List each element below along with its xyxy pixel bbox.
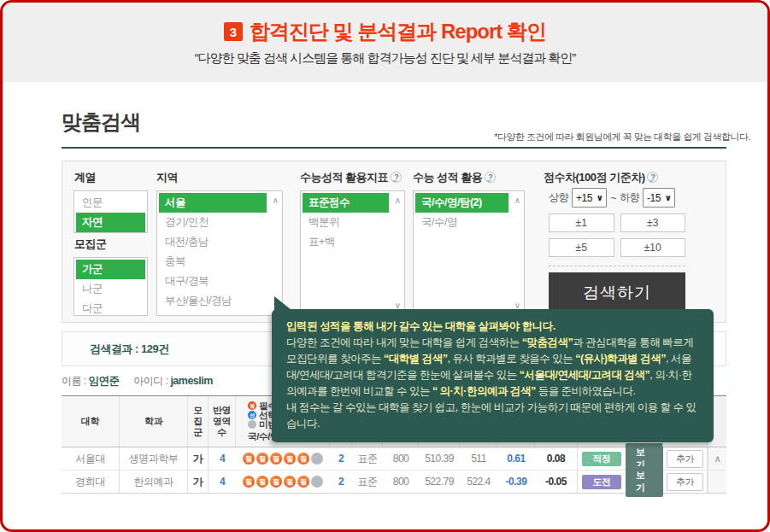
user-name: 임연준 (89, 375, 120, 387)
required-subject-icon: 필 (256, 476, 268, 488)
help-icon[interactable]: ? (391, 172, 402, 183)
cell-areas: 4 (209, 447, 236, 470)
quick-range-buttons: ±1±3±5±10 (549, 213, 685, 257)
tilde: ~ (610, 192, 616, 204)
cell-univ: 경희대 (62, 471, 120, 493)
tooltip-text: 등을 준비하였습니다. (536, 385, 636, 397)
col-header-areas: 반영 영역 수 (209, 396, 236, 447)
cell-legend: 필필필필필 (236, 471, 330, 493)
required-subject-icon: 필 (270, 476, 282, 488)
tooltip-text: 내 점수는 갈 수있는 대학을 찾기 쉽고, 한눈에 비교가 가능하기 때문에 … (286, 401, 697, 430)
filter-form: 계열 인문자연 모집군 가군나군다군 지역 ∧ ∨ 서울경기/인천대전/충남충북… (62, 161, 726, 323)
region-option[interactable]: 서울 (159, 193, 267, 213)
score-diff-label: 점수차(100점 기준차)? (544, 170, 658, 185)
user-id: jameslim (170, 375, 213, 387)
unused-subject-icon (311, 453, 323, 465)
step-number-badge: 3 (224, 22, 243, 41)
usage-option[interactable]: 국/수/영/탐(2) (415, 193, 508, 213)
indicator-label: 수능성적 활용지표? (300, 170, 402, 185)
cell-mine: 522.4 (460, 471, 497, 493)
up-select[interactable]: +15 ∨ (572, 188, 607, 208)
tooltip-text: 다양한 조건에 따라 내게 맞는 대학을 쉽게 검색하는 (286, 336, 522, 348)
result-badge: 도전 (582, 475, 621, 489)
cell-dept: 한의예과 (120, 471, 188, 493)
cell-max: 800 (383, 447, 419, 470)
legend-required-icon: 필 (248, 401, 256, 410)
select-arrow-icon: ∨ (665, 193, 672, 202)
cell-subj_count: 2 (330, 471, 352, 493)
down-select[interactable]: -15 ∨ (643, 188, 675, 208)
scroll-up-icon[interactable]: ∧ (273, 196, 279, 205)
required-subject-icon: 필 (243, 453, 255, 465)
guide-tooltip: 입력된 성적을 통해 내가 갈수 있는 대학을 살펴봐야 합니다.다양한 조건에… (272, 309, 714, 442)
col-header-gun: 모 집 군 (188, 396, 209, 447)
required-subject-icon: 필 (284, 476, 296, 488)
series-label: 계열 (74, 170, 96, 185)
result-count: 검색결과 : 129건 (90, 342, 169, 357)
table-scroll-up-icon[interactable]: ∧ (708, 447, 726, 470)
series-option[interactable]: 자연 (76, 213, 145, 232)
view-button[interactable]: 보기 (626, 466, 663, 497)
region-option[interactable]: 경기/인천 (159, 213, 280, 232)
scroll-up-icon[interactable]: ∧ (514, 196, 520, 205)
help-icon[interactable]: ? (485, 172, 496, 183)
required-subject-icon: 필 (243, 476, 255, 488)
cell-gun: 가 (188, 471, 209, 493)
table-row: 경희대한의예과가4필필필필필2표준800522.79522.4-0.39-0.0… (62, 471, 726, 494)
region-option[interactable]: 대전/충남 (159, 232, 280, 252)
usage-label: 수능 성적 활용? (413, 170, 496, 185)
col-header-dept: 학과 (120, 396, 188, 447)
cell-max: 800 (383, 471, 419, 493)
search-button[interactable]: 검색하기 (549, 272, 685, 313)
group-option[interactable]: 나군 (76, 279, 145, 299)
col-header-univ: 대학 (62, 396, 120, 447)
cell-placement: 522.79 (419, 471, 460, 493)
col-label: 모 집 군 (193, 405, 203, 438)
page-header: 3 합격진단 및 분석결과 Report 확인 “다양한 맞춤 검색 시스템을 … (3, 3, 767, 82)
add-button[interactable]: 추가 (667, 450, 703, 468)
cell-dept: 생명과학부 (120, 447, 188, 470)
cell-per100: 0.08 (535, 447, 578, 470)
series-option[interactable]: 인문 (76, 193, 145, 213)
group-option[interactable]: 가군 (76, 260, 145, 279)
page-subtitle: “다양한 맞춤 검색 시스템을 통해 합격가능성 진단 및 세부 분석결과 확인… (195, 50, 576, 67)
cell-legend: 필필필필필 (236, 447, 330, 470)
unused-subject-icon (311, 476, 323, 488)
scroll-up-icon[interactable]: ∧ (395, 196, 401, 205)
matching-search-page: 3 합격진단 및 분석결과 Report 확인 “다양한 맞춤 검색 시스템을 … (0, 0, 770, 532)
score-diff-range: 상향 +15 ∨ ~ 하향 -15 ∨ (549, 188, 687, 208)
result-badge: 적정 (582, 452, 621, 466)
indicator-option[interactable]: 백분위 (303, 213, 403, 232)
range-quick-button[interactable]: ±5 (549, 238, 614, 257)
cell-result: 적정 (578, 447, 626, 470)
col-label: 대학 (81, 416, 99, 427)
indicator-option[interactable]: 표준점수 (303, 193, 389, 213)
tooltip-highlight: 입력된 성적을 통해 내가 갈수 있는 대학을 살펴봐야 합니다. (286, 320, 555, 332)
range-quick-button[interactable]: ±3 (620, 213, 686, 232)
series-listbox: 인문자연 (73, 190, 148, 233)
group-option[interactable]: 다군 (76, 299, 145, 316)
region-option[interactable]: 대구/경북 (159, 272, 280, 291)
indicator-listbox: ∧ ∨ 표준점수백분위표+백 (300, 190, 405, 316)
table-body: 서울대생명과학부가4필필필필필2표준800510.395110.610.08적정… (62, 447, 726, 494)
indicator-option[interactable]: 표+백 (303, 232, 403, 252)
guide-tooltip-text: 입력된 성적을 통해 내가 갈수 있는 대학을 살펴봐야 합니다.다양한 조건에… (286, 319, 699, 432)
help-icon[interactable]: ? (647, 172, 658, 183)
tooltip-highlight: “(유사)학과별 검색” (575, 353, 666, 365)
cell-add: 추가 (663, 471, 708, 493)
range-quick-button[interactable]: ±1 (549, 213, 614, 232)
add-button[interactable]: 추가 (667, 473, 703, 491)
tooltip-highlight: “대학별 검색” (384, 353, 447, 365)
region-option[interactable]: 광주/전남 (159, 311, 280, 316)
section-note: *다양한 조건에 따라 회원님에게 꼭 맞는 대학을 쉽게 검색합니다. (494, 131, 750, 143)
region-option[interactable]: 부산/울산/경남 (159, 291, 280, 311)
up-label: 상향 (549, 190, 568, 205)
usage-option[interactable]: 국/수/영 (415, 213, 522, 232)
usage-listbox: ∧ ∨ 국/수/영/탐(2)국/수/영 (413, 190, 525, 316)
region-option[interactable]: 충북 (159, 252, 280, 272)
cell-mine: 511 (460, 447, 497, 470)
tooltip-highlight: “ 의·치·한의예과 검색” (432, 385, 536, 397)
cell-view: 보기 (626, 471, 663, 493)
required-subject-icon: 필 (297, 476, 309, 488)
range-quick-button[interactable]: ±10 (620, 238, 686, 257)
